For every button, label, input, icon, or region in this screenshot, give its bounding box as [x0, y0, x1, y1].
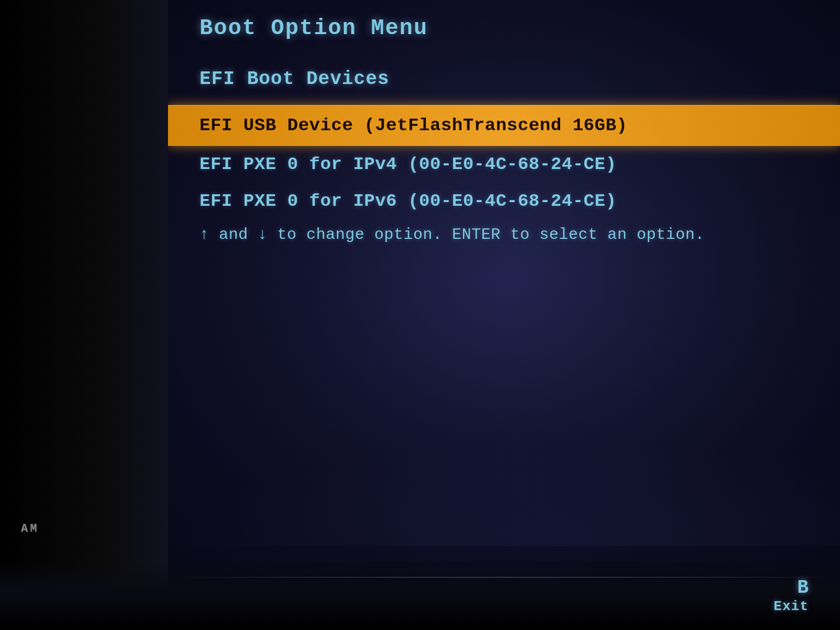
exit-label: Exit	[774, 598, 808, 614]
boot-option-usb[interactable]: EFI USB Device (JetFlashTranscend 16GB)	[168, 105, 840, 146]
screen-content: Boot Option Menu EFI Boot Devices EFI US…	[168, 0, 840, 562]
section-label: EFI Boot Devices	[200, 68, 390, 90]
bottom-bezel: B Exit	[0, 562, 840, 630]
screen-reflection	[168, 441, 840, 546]
title-bar: Boot Option Menu	[200, 10, 840, 46]
boot-options-list: EFI USB Device (JetFlashTranscend 16GB) …	[168, 105, 840, 219]
navigation-hint: ↑ and ↓ to change option. ENTER to selec…	[200, 226, 819, 244]
boot-option-pxe-ipv6[interactable]: EFI PXE 0 for IPv6 (00-E0-4C-68-24-CE)	[168, 183, 840, 219]
exit-key: B	[774, 577, 808, 598]
divider-line	[168, 577, 840, 578]
left-bezel: AM	[0, 0, 168, 630]
screen-wrapper: AM Boot Option Menu EFI Boot Devices EFI…	[0, 0, 840, 630]
keyboard-indicator: AM	[21, 522, 39, 536]
boot-option-pxe-ipv4[interactable]: EFI PXE 0 for IPv4 (00-E0-4C-68-24-CE)	[168, 146, 840, 183]
exit-area: B Exit	[774, 577, 808, 614]
page-title: Boot Option Menu	[200, 16, 428, 41]
